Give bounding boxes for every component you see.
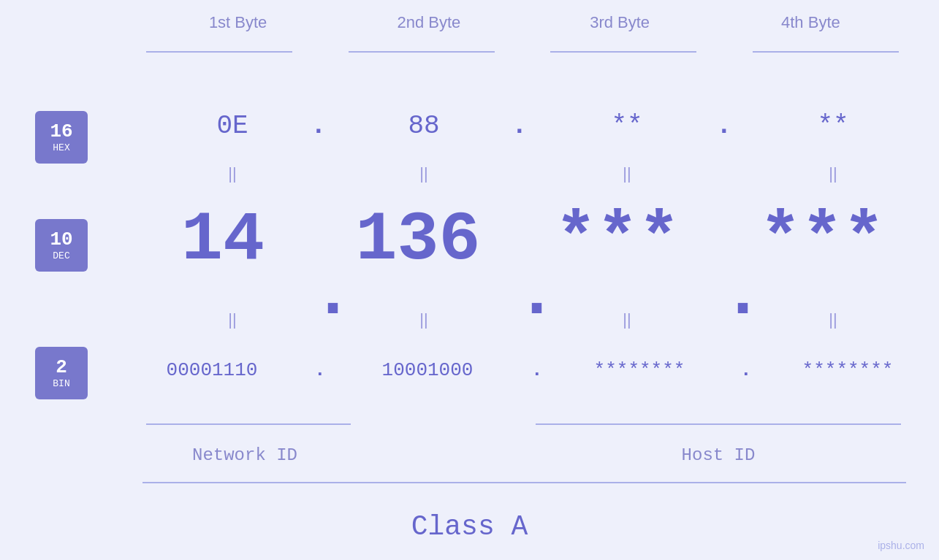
network-id-label: Network ID (142, 445, 347, 465)
eq1-2: || (351, 164, 497, 183)
hex-badge: 16 HEX (35, 111, 88, 164)
byte-label-2: 2nd Byte (338, 13, 520, 32)
hex-dot-3: . (716, 111, 732, 141)
host-id-label: Host ID (536, 445, 901, 465)
eq2-3: || (554, 310, 700, 329)
bracket-top-2 (349, 51, 495, 53)
hex-val-3: ** (554, 111, 700, 141)
hex-badge-label: HEX (53, 142, 69, 153)
hex-val-2: 88 (351, 111, 497, 141)
dec-badge: 10 DEC (35, 219, 88, 272)
eq1-1: || (159, 164, 305, 183)
byte-label-1: 1st Byte (147, 13, 330, 32)
bin-badge-label: BIN (53, 378, 69, 389)
bin-dot-1: . (314, 359, 326, 381)
eq2-4: || (760, 310, 906, 329)
hex-dot-2: . (512, 111, 528, 141)
eq2-2: || (351, 310, 497, 329)
bin-val-4: ******** (749, 359, 939, 381)
eq1-3: || (554, 164, 700, 183)
bracket-bottom-host (536, 423, 901, 425)
dec-val-4: *** (738, 201, 906, 280)
bin-val-2: 10001000 (329, 359, 526, 381)
watermark: ipshu.com (878, 540, 924, 551)
dec-badge-label: DEC (53, 250, 69, 261)
hex-val-1: 0E (159, 111, 305, 141)
dec-val-1: 14 (139, 201, 307, 280)
hex-val-4: ** (760, 111, 906, 141)
byte-label-3: 3rd Byte (528, 13, 711, 32)
bin-val-3: ******** (541, 359, 738, 381)
dec-badge-number: 10 (50, 229, 72, 250)
hex-badge-number: 16 (50, 121, 72, 142)
class-label: Class A (0, 511, 939, 542)
dec-val-2: 136 (334, 201, 502, 280)
hex-dot-1: . (311, 111, 327, 141)
bracket-top-1 (146, 51, 292, 53)
eq1-4: || (760, 164, 906, 183)
bracket-top-4 (753, 51, 899, 53)
bin-val-1: 00001110 (113, 359, 311, 381)
eq2-1: || (159, 310, 305, 329)
byte-label-4: 4th Byte (719, 13, 902, 32)
main-container: 1st Byte 2nd Byte 3rd Byte 4th Byte 16 H… (0, 0, 939, 560)
bracket-bottom-net (146, 423, 351, 425)
bracket-top-3 (550, 51, 696, 53)
dec-val-3: *** (533, 201, 702, 280)
bin-badge-number: 2 (56, 357, 67, 378)
byte-labels-row: 1st Byte 2nd Byte 3rd Byte 4th Byte (142, 13, 906, 32)
bin-badge: 2 BIN (35, 347, 88, 399)
big-bracket (142, 482, 906, 483)
